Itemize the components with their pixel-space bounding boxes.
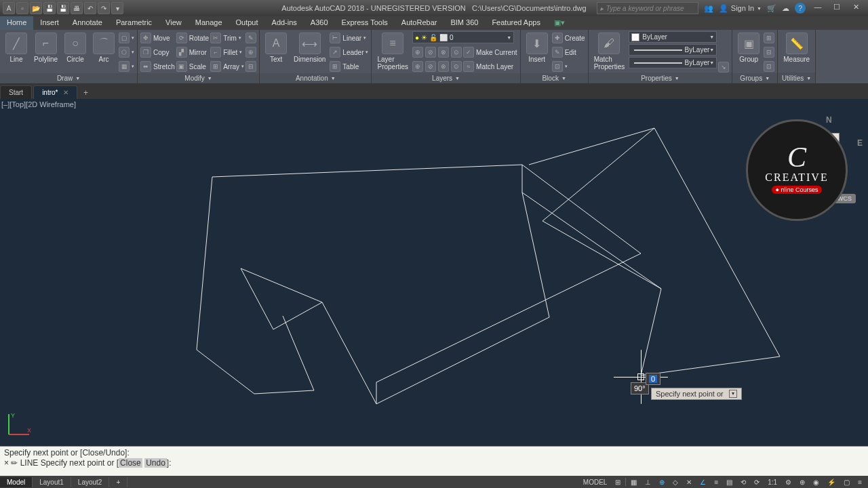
lineweight-toggle[interactable]: ≡ xyxy=(711,476,722,487)
modify-extra2[interactable]: ⊕ xyxy=(245,45,256,59)
cmd-active-line[interactable]: × ✏ LINE Specify next point or [Close Un… xyxy=(4,458,864,468)
tab-parametric[interactable]: Parametric xyxy=(109,16,159,30)
linetype-selector[interactable]: ByLayer▼ xyxy=(629,57,717,68)
polyline-button[interactable]: ⌐Polyline xyxy=(31,31,60,64)
line-button[interactable]: ╱Line xyxy=(3,31,30,64)
arc-button[interactable]: ⌒Arc xyxy=(90,31,117,64)
modify-extra3[interactable]: ⊟ xyxy=(245,60,256,73)
qat-open[interactable]: 📂 xyxy=(30,2,42,14)
text-button[interactable]: AText xyxy=(262,31,290,64)
insert-block-button[interactable]: ⬇Insert xyxy=(524,31,551,64)
leader-button[interactable]: ↗Leader▾ xyxy=(330,45,368,59)
array-button[interactable]: ⊞Array▾ xyxy=(210,60,244,73)
group-extra2[interactable]: ⊟ xyxy=(764,45,774,59)
exchange-icon[interactable]: 🛒 xyxy=(767,4,776,13)
tab-autorebar[interactable]: AutoRebar xyxy=(395,16,444,30)
osnap-toggle[interactable]: ◇ xyxy=(669,476,682,487)
signin-button[interactable]: 👤Sign In▼ xyxy=(719,4,762,13)
circle-button[interactable]: ○Circle xyxy=(62,31,89,64)
model-space-toggle[interactable]: MODEL xyxy=(580,476,611,487)
prompt-options-icon[interactable]: ▾ xyxy=(729,390,737,398)
tab-annotate[interactable]: Annotate xyxy=(66,16,109,30)
color-selector[interactable]: ByLayer▼ xyxy=(629,31,717,43)
group-extra1[interactable]: ⊞ xyxy=(764,31,774,45)
stretch-button[interactable]: ⬌Stretch xyxy=(140,60,175,73)
layer-btn-r1[interactable]: ⊕⊘⊗⊙ xyxy=(412,45,462,59)
measure-button[interactable]: 📏Measure xyxy=(781,31,812,64)
close-button[interactable]: ✕ xyxy=(849,3,863,14)
hardware-accel[interactable]: ⚡ xyxy=(824,476,839,487)
file-tab-start[interactable]: Start xyxy=(0,85,32,99)
file-tab-intro[interactable]: intro*✕ xyxy=(33,85,77,99)
scale-button[interactable]: ▣Scale xyxy=(176,60,209,73)
qat-dropdown[interactable]: ▾ xyxy=(111,2,123,14)
qat-saveas[interactable]: 💾 xyxy=(57,2,69,14)
maximize-button[interactable]: ☐ xyxy=(830,3,844,14)
rotate-button[interactable]: ⟳Rotate xyxy=(176,31,209,45)
scale-display[interactable]: 1:1 xyxy=(764,476,781,487)
snap-toggle[interactable]: ▦ xyxy=(627,476,640,487)
tab-output[interactable]: Output xyxy=(229,16,265,30)
tab-a360[interactable]: A360 xyxy=(304,16,335,30)
qat-redo[interactable]: ↷ xyxy=(98,2,110,14)
dynamic-value-input[interactable]: 0 xyxy=(646,373,660,385)
otrack-toggle[interactable]: ∠ xyxy=(696,476,709,487)
draw-extra3[interactable]: ▦▾ xyxy=(119,60,134,73)
tab-featured[interactable]: Featured Apps xyxy=(485,16,547,30)
qat-undo[interactable]: ↶ xyxy=(84,2,96,14)
match-layer-button[interactable]: ≈Match Layer xyxy=(463,60,517,73)
help-search-input[interactable]: ▸Type a keyword or phrase xyxy=(597,2,698,14)
qat-save[interactable]: 💾 xyxy=(43,2,56,14)
group-extra3[interactable]: ⊡ xyxy=(764,60,774,73)
tab-view[interactable]: View xyxy=(159,16,189,30)
clean-screen[interactable]: ▢ xyxy=(840,476,853,487)
layer-btn-r2[interactable]: ⊕⊘⊗⊙ xyxy=(412,60,462,73)
annotation-monitor[interactable]: ⊕ xyxy=(796,476,808,487)
move-button[interactable]: ✥Move xyxy=(140,31,175,45)
app-menu-button[interactable]: A xyxy=(3,2,15,14)
cmd-option-close[interactable]: Close xyxy=(119,458,142,468)
ortho-toggle[interactable]: ⊥ xyxy=(642,476,654,487)
draw-extra2[interactable]: ⬡▾ xyxy=(119,45,134,59)
add-tab-button[interactable]: + xyxy=(79,87,92,99)
table-button[interactable]: ⊞Table xyxy=(330,60,368,73)
grid-toggle[interactable]: ⊞ xyxy=(612,476,624,487)
customize-status[interactable]: ≡ xyxy=(854,476,865,487)
mirror-button[interactable]: ▞Mirror xyxy=(176,45,209,59)
layout-tab-1[interactable]: Layout1 xyxy=(33,477,71,487)
layer-selector[interactable]: ●☀🔓⬜0▼ xyxy=(412,31,514,43)
annoscale-toggle[interactable]: ⟳ xyxy=(751,476,763,487)
block-extra[interactable]: ⊡▾ xyxy=(552,60,585,73)
make-current-button[interactable]: ✓Make Current xyxy=(463,45,517,59)
cmd-option-undo[interactable]: Undo xyxy=(144,458,167,468)
layout-tab-model[interactable]: Model xyxy=(0,477,33,487)
fillet-button[interactable]: ⌐Fillet▾ xyxy=(210,45,244,59)
tab-addins[interactable]: Add-ins xyxy=(265,16,304,30)
properties-dialog-icon[interactable]: ↘ xyxy=(718,62,729,73)
minimize-button[interactable]: — xyxy=(811,3,825,14)
draw-extra1[interactable]: ▢▾ xyxy=(119,31,134,45)
tab-home[interactable]: Home xyxy=(0,16,33,30)
help-icon[interactable]: ? xyxy=(795,3,806,14)
trim-button[interactable]: ✂Trim▾ xyxy=(210,31,244,45)
group-button[interactable]: ▣Group xyxy=(735,31,762,64)
modify-extra1[interactable]: ✎ xyxy=(245,31,256,45)
create-block-button[interactable]: ✚Create xyxy=(552,31,585,45)
layer-properties-button[interactable]: ≡Layer Properties xyxy=(374,31,411,72)
layout-tab-2[interactable]: Layout2 xyxy=(71,477,110,487)
command-line[interactable]: Specify next point or [Close/Undo]: × ✏ … xyxy=(0,446,868,476)
transparency-toggle[interactable]: ▤ xyxy=(723,476,736,487)
tab-extra[interactable]: ▣▾ xyxy=(547,16,572,30)
isolate-toggle[interactable]: ◉ xyxy=(810,476,823,487)
polar-toggle[interactable]: ⊕ xyxy=(656,476,668,487)
linear-button[interactable]: ⊢Linear▾ xyxy=(330,31,368,45)
qat-new[interactable]: ▫ xyxy=(16,2,28,14)
match-properties-button[interactable]: 🖌Match Properties xyxy=(591,31,628,72)
workspace-toggle[interactable]: ⚙ xyxy=(782,476,795,487)
add-layout-button[interactable]: + xyxy=(109,477,127,487)
close-tab-icon[interactable]: ✕ xyxy=(63,89,68,96)
drawing-canvas[interactable]: [–][Top][2D Wireframe] 90° 0 Specify nex… xyxy=(0,99,868,446)
dimension-button[interactable]: ⟷Dimension xyxy=(291,31,328,64)
qat-plot[interactable]: 🖶 xyxy=(71,2,83,14)
3dosnap-toggle[interactable]: ✕ xyxy=(683,476,695,487)
